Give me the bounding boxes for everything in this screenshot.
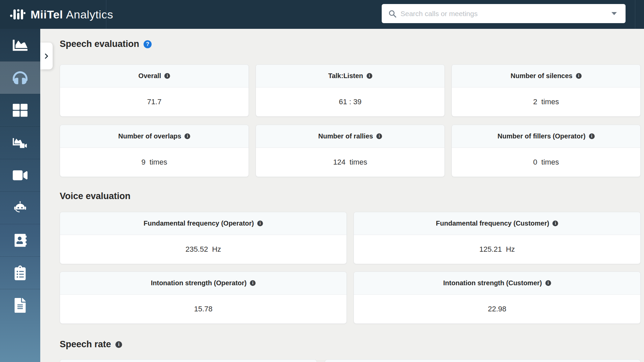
voice-evaluation-grid: Fundamental frequency (Operator) i 235.5… bbox=[60, 212, 641, 324]
metric-card-body: 61 : 39 bbox=[256, 87, 444, 116]
metric-card-body: 125.21 Hz bbox=[354, 235, 640, 264]
sidebar-item-tasks[interactable] bbox=[0, 256, 40, 289]
metric-card-header: Intonation strength (Operator) i bbox=[60, 272, 346, 295]
sidebar-item-ai-assistant[interactable] bbox=[0, 191, 40, 224]
metric-label: Talk:Listen bbox=[328, 72, 363, 80]
metric-card-header: Talk:Listen i bbox=[256, 65, 444, 87]
metric-value: 61 : 39 bbox=[339, 98, 361, 106]
metric-label: Intonation strength (Customer) bbox=[443, 279, 542, 287]
info-icon[interactable]: i bbox=[257, 221, 263, 226]
metric-unit: Hz bbox=[212, 245, 221, 254]
metric-card-talk-listen: Talk:Listen i 61 : 39 bbox=[256, 64, 445, 117]
topbar-divider-left bbox=[106, 0, 106, 29]
info-icon[interactable]: i bbox=[376, 133, 382, 139]
info-icon[interactable]: i bbox=[115, 341, 122, 348]
topbar: MiiTelAnalytics bbox=[0, 0, 644, 29]
metric-value: 2 bbox=[533, 98, 537, 106]
document-icon bbox=[13, 298, 28, 313]
metric-value: 0 bbox=[533, 158, 537, 167]
metric-unit: times bbox=[350, 158, 367, 167]
search-dropdown-caret[interactable] bbox=[611, 12, 617, 15]
metric-label: Number of fillers (Operator) bbox=[497, 132, 585, 140]
info-icon[interactable]: i bbox=[164, 73, 170, 79]
main-content: Speech evaluation ? Overall i 71.7 Talk:… bbox=[40, 29, 644, 362]
info-icon[interactable]: i bbox=[545, 280, 551, 286]
sidebar-item-contacts[interactable] bbox=[0, 224, 40, 256]
metric-card-header: Number of rallies i bbox=[256, 125, 444, 148]
sidebar-item-calls[interactable] bbox=[0, 61, 40, 94]
metric-label: Fundamental frequency (Customer) bbox=[436, 220, 549, 227]
metric-card-header: Number of silences i bbox=[452, 65, 640, 87]
metric-label: Overall bbox=[139, 72, 161, 80]
waveform-icon bbox=[10, 7, 25, 22]
speech-rate-card-right bbox=[325, 359, 641, 362]
brand-name: MiiTelAnalytics bbox=[31, 8, 113, 21]
metric-card-body: 71.7 bbox=[60, 87, 249, 116]
metric-value: 124 bbox=[333, 158, 345, 167]
sidebar-item-video-meetings[interactable] bbox=[0, 159, 40, 191]
brand-logo[interactable]: MiiTelAnalytics bbox=[10, 0, 113, 29]
metric-value: 9 bbox=[142, 158, 146, 167]
table-grid-icon bbox=[13, 103, 28, 118]
sidebar-item-reports[interactable] bbox=[0, 289, 40, 321]
metric-card-overall: Overall i 71.7 bbox=[60, 64, 249, 117]
metric-card-header: Fundamental frequency (Customer) i bbox=[354, 212, 640, 235]
info-icon[interactable]: i bbox=[552, 221, 558, 226]
voice-evaluation-title: Voice evaluation bbox=[60, 191, 130, 201]
info-icon[interactable]: i bbox=[589, 133, 595, 139]
speech-evaluation-title: Speech evaluation ? bbox=[60, 39, 152, 49]
metric-card-intonation-strength-customer: Intonation strength (Customer) i 22.98 bbox=[354, 272, 641, 324]
metric-card-silences: Number of silences i 2 times bbox=[451, 64, 641, 117]
metric-card-header: Fundamental frequency (Operator) i bbox=[60, 212, 346, 235]
sidebar-item-table[interactable] bbox=[0, 94, 40, 126]
metric-card-body: 124 times bbox=[256, 148, 444, 177]
info-icon[interactable]: i bbox=[184, 133, 190, 139]
metric-unit: times bbox=[541, 98, 559, 106]
video-camera-icon bbox=[13, 168, 28, 183]
robot-headset-icon bbox=[13, 200, 28, 215]
sidebar-expand-button[interactable] bbox=[40, 43, 53, 69]
metric-label: Number of rallies bbox=[318, 132, 373, 140]
metric-value: 235.52 bbox=[185, 245, 208, 254]
sidebar-item-analytics[interactable] bbox=[0, 29, 40, 61]
metric-card-body: 15.78 bbox=[60, 295, 346, 323]
info-icon[interactable]: i bbox=[576, 73, 582, 79]
speech-rate-title-text: Speech rate bbox=[60, 339, 111, 350]
metric-card-body: 235.52 Hz bbox=[60, 235, 346, 264]
metric-card-fillers-operator: Number of fillers (Operator) i 0 times bbox=[451, 125, 641, 177]
metric-card-header: Number of fillers (Operator) i bbox=[452, 125, 640, 148]
metric-value: 22.98 bbox=[488, 305, 506, 313]
info-icon[interactable]: i bbox=[250, 280, 256, 286]
metric-label: Fundamental frequency (Operator) bbox=[144, 220, 254, 227]
chart-video-icon bbox=[13, 135, 28, 150]
search-box bbox=[382, 4, 626, 23]
metric-card-body: 22.98 bbox=[354, 295, 640, 323]
speech-evaluation-title-text: Speech evaluation bbox=[60, 39, 139, 49]
metric-card-rallies: Number of rallies i 124 times bbox=[256, 125, 445, 177]
metric-card-intonation-strength-operator: Intonation strength (Operator) i 15.78 bbox=[60, 272, 347, 324]
metric-value: 71.7 bbox=[147, 98, 162, 106]
metric-unit: times bbox=[150, 158, 167, 167]
address-book-icon bbox=[13, 233, 28, 248]
topbar-divider-right bbox=[635, 0, 635, 29]
metric-card-fundamental-frequency-operator: Fundamental frequency (Operator) i 235.5… bbox=[60, 212, 347, 264]
voice-evaluation-title-text: Voice evaluation bbox=[60, 191, 130, 201]
clipboard-list-icon bbox=[13, 265, 28, 280]
metric-card-body: 0 times bbox=[452, 148, 640, 177]
metric-card-header: Intonation strength (Customer) i bbox=[354, 272, 640, 295]
brand-name-primary: MiiTel bbox=[31, 8, 63, 21]
sidebar-item-meeting-analytics[interactable] bbox=[0, 126, 40, 159]
metric-card-body: 9 times bbox=[60, 148, 249, 177]
metric-card-header: Overall i bbox=[60, 65, 249, 87]
metric-label: Number of silences bbox=[511, 72, 573, 80]
search-input[interactable] bbox=[400, 4, 611, 23]
speech-rate-title: Speech rate i bbox=[60, 339, 122, 350]
metric-card-body: 2 times bbox=[452, 87, 640, 116]
info-icon[interactable]: i bbox=[367, 73, 372, 79]
metric-card-fundamental-frequency-customer: Fundamental frequency (Customer) i 125.2… bbox=[354, 212, 641, 264]
metric-card-overlaps: Number of overlaps i 9 times bbox=[60, 125, 249, 177]
help-icon[interactable]: ? bbox=[144, 40, 152, 48]
metric-label: Number of overlaps bbox=[118, 132, 181, 140]
speech-evaluation-grid: Overall i 71.7 Talk:Listen i 61 : 39 bbox=[60, 64, 641, 177]
metric-unit: times bbox=[541, 158, 559, 167]
